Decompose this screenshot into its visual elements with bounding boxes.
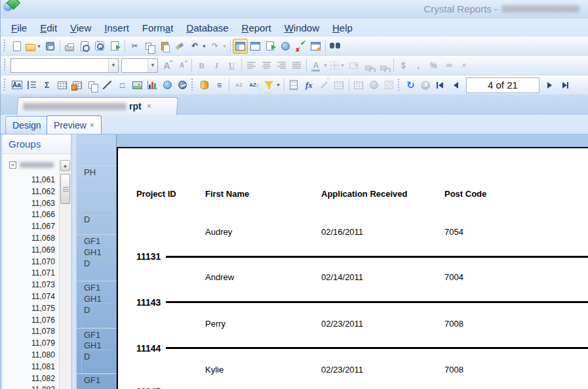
menu-format[interactable]: Format [136, 20, 180, 36]
print-preview-button[interactable] [77, 39, 92, 54]
insert-text-object-button[interactable]: Aa [9, 77, 24, 92]
toolbar-grip[interactable] [3, 79, 7, 92]
group-tree-item[interactable]: 11,063 [31, 199, 55, 208]
group-tree-item[interactable]: 11,070 [31, 257, 55, 266]
menu-window[interactable]: Window [278, 20, 326, 36]
menu-database[interactable]: Database [180, 20, 235, 36]
align-right-icon [277, 62, 286, 69]
document-tab-close-icon[interactable]: × [147, 102, 151, 111]
tab-preview[interactable]: Preview × [47, 115, 102, 134]
launch-workbench-button[interactable] [278, 39, 293, 54]
group-tree-item[interactable]: 11,083 [31, 385, 55, 389]
insert-chart-button[interactable] [145, 77, 160, 92]
group-tree-item[interactable]: 11,078 [31, 327, 55, 336]
toolbar-grip[interactable] [3, 59, 7, 72]
group-tree-item[interactable]: 11,061 [31, 175, 55, 184]
font-size-dropdown-icon[interactable]: ▼ [147, 59, 157, 72]
group-tree-item[interactable]: 11,076 [31, 316, 55, 325]
page-indicator[interactable]: 4 of 21 [466, 77, 539, 93]
open-button[interactable]: ▼ [24, 39, 43, 54]
group-header-project-id: 11145 [136, 386, 161, 389]
groups-splitter[interactable] [71, 134, 77, 389]
undo-dropdown-icon[interactable]: ▼ [202, 44, 206, 49]
refresh-button[interactable]: ↻ [403, 77, 418, 92]
copy-button[interactable] [142, 39, 157, 54]
group-tree-item[interactable]: 11,075 [31, 304, 55, 313]
thousands-separator-button: , [411, 58, 426, 73]
record-sort-expert-button[interactable]: AZ↓ [246, 77, 262, 92]
next-page-button[interactable] [542, 77, 557, 92]
first-page-button[interactable] [433, 77, 448, 92]
new-document-button[interactable] [9, 39, 24, 54]
save-button[interactable] [43, 39, 58, 54]
insert-picture-button[interactable] [130, 77, 145, 92]
group-expert-button[interactable]: ≡ [212, 77, 227, 92]
section-expert-button[interactable] [286, 77, 302, 92]
toolbar-separator [284, 79, 284, 91]
group-tree-item[interactable]: 11,080 [31, 350, 55, 359]
insert-box-button[interactable]: □ [115, 77, 130, 92]
cut-button[interactable]: ✂ [127, 39, 142, 54]
group-tree-item[interactable]: 11,081 [31, 362, 55, 371]
titlebar: Crystal Reports - [1, 0, 588, 18]
select-expert-dropdown-icon[interactable]: ▼ [276, 83, 281, 87]
report-explorer-button[interactable] [263, 39, 278, 54]
find-button[interactable] [328, 39, 343, 54]
insert-line-button[interactable] [100, 77, 115, 92]
toolbar-grip[interactable] [3, 39, 7, 52]
export-button[interactable] [108, 39, 123, 54]
document-tab[interactable]: rpt × [16, 97, 178, 115]
group-tree-item[interactable]: 11,069 [31, 245, 55, 255]
undo-button[interactable]: ↶▼ [187, 39, 208, 54]
insert-subreport-button[interactable] [85, 77, 100, 92]
insert-cross-tab-button[interactable] [54, 77, 69, 92]
print-button[interactable] [62, 39, 77, 54]
group-tree-item[interactable]: 11,067 [31, 222, 55, 231]
font-size-combobox[interactable]: ▼ [121, 58, 158, 73]
tab-design[interactable]: Design [5, 116, 49, 134]
menu-file[interactable]: File [5, 20, 33, 36]
preview-tab-close-icon[interactable]: × [90, 121, 94, 130]
group-tree-item[interactable]: 11,074 [31, 292, 55, 301]
select-expert-button[interactable]: ▼ [262, 77, 282, 92]
group-tree-item[interactable]: 11,062 [31, 187, 55, 196]
insert-olap-grid-button[interactable] [69, 77, 85, 92]
insert-group-button[interactable] [24, 77, 39, 92]
format-painter-button[interactable] [172, 39, 187, 54]
scrollbar-up-button[interactable]: ▲ [60, 160, 70, 171]
menu-help[interactable]: Help [326, 20, 359, 36]
previous-page-button[interactable] [448, 77, 463, 92]
group-tree-item[interactable]: 11,079 [31, 338, 55, 348]
menu-view[interactable]: View [64, 20, 98, 36]
scrollbar-thumb[interactable] [60, 174, 70, 204]
groups-scrollbar-track[interactable]: ▲ [59, 159, 70, 389]
report-wizard-button[interactable] [308, 39, 323, 54]
group-tree-item[interactable]: 11,082 [31, 374, 55, 383]
check-dependencies-button[interactable] [293, 39, 308, 54]
find-in-report-button[interactable] [92, 39, 108, 54]
open-dropdown-icon[interactable]: ▼ [37, 44, 41, 49]
toolbar-grip[interactable] [397, 79, 401, 92]
formula-workshop-button[interactable]: fx [302, 77, 317, 92]
toolbar-grip[interactable] [191, 79, 194, 92]
last-page-button[interactable] [557, 77, 572, 92]
outside-borders-button: ▼ [329, 58, 346, 73]
insert-navigation-toolbar: AaΣ□≡AZAZ↓▼fx↻4 of 21 [1, 75, 588, 95]
group-tree-item[interactable]: 11,073 [31, 280, 55, 289]
insert-flash-button[interactable] [175, 77, 190, 92]
paste-button[interactable] [157, 39, 172, 54]
group-tree-item[interactable]: 11,068 [31, 234, 55, 243]
menu-edit[interactable]: Edit [33, 20, 64, 36]
toggle-group-tree-button[interactable] [233, 39, 248, 54]
menu-insert[interactable]: Insert [98, 20, 136, 36]
menu-report[interactable]: Report [235, 20, 278, 36]
insert-subreport-icon [88, 81, 94, 89]
toggle-field-explorer-button[interactable] [248, 39, 263, 54]
insert-map-button[interactable] [160, 77, 175, 92]
group-tree-item[interactable]: 11,071 [31, 268, 55, 277]
font-name-dropdown-icon[interactable]: ▼ [108, 59, 118, 72]
group-tree-item[interactable]: 11,066 [31, 210, 55, 219]
database-expert-button[interactable] [197, 77, 212, 92]
font-name-combobox[interactable]: ▼ [10, 58, 119, 73]
insert-summary-button[interactable]: Σ [39, 77, 54, 92]
